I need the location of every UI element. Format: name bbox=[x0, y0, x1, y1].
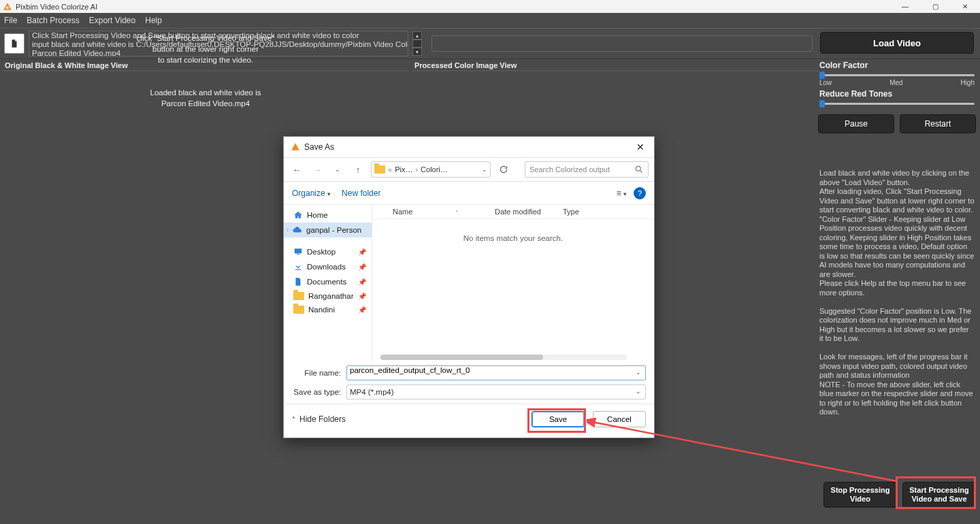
dialog-search-placeholder: Search Colorized output bbox=[529, 165, 610, 174]
column-name[interactable]: Name ˄ bbox=[372, 208, 495, 216]
svg-point-1 bbox=[636, 166, 640, 171]
column-date[interactable]: Date modified bbox=[495, 208, 563, 216]
scroll-mid-button[interactable] bbox=[412, 39, 422, 48]
folder-icon bbox=[293, 306, 304, 314]
restart-button[interactable]: Restart bbox=[900, 114, 976, 133]
document-icon bbox=[10, 39, 19, 48]
annotation-arrow bbox=[587, 416, 900, 491]
processed-view-title: Processed Color Image View bbox=[413, 61, 518, 69]
file-list: Name ˄ Date modified Type No items match… bbox=[372, 205, 654, 361]
original-view-title: Original Black & White Image View bbox=[3, 61, 129, 69]
title-bar: Pixbim Video Colorize AI — ▢ ✕ bbox=[0, 0, 980, 13]
folder-icon bbox=[293, 292, 304, 300]
download-icon bbox=[293, 262, 303, 272]
message-scroll: ▲ ▼ bbox=[412, 31, 422, 56]
tick-low: Low bbox=[819, 79, 832, 86]
pin-icon: 📌 bbox=[358, 293, 366, 300]
tree-documents[interactable]: Documents📌 bbox=[284, 274, 372, 289]
horizontal-scrollbar[interactable] bbox=[380, 355, 627, 360]
original-view-overlay-text: click "Start Processing Video and Save" … bbox=[137, 33, 274, 109]
chevron-down-icon[interactable]: ⌄ bbox=[636, 369, 641, 376]
app-title: Pixbim Video Colorize AI bbox=[16, 3, 97, 11]
color-factor-slider[interactable] bbox=[819, 74, 975, 76]
pause-button[interactable]: Pause bbox=[818, 114, 894, 133]
desktop-icon bbox=[293, 247, 303, 257]
dialog-title: Save As bbox=[304, 142, 334, 152]
start-processing-button[interactable]: Start Processing Video and Save bbox=[902, 482, 976, 508]
svg-rect-4 bbox=[295, 269, 301, 270]
menu-batch-process[interactable]: Batch Process bbox=[27, 16, 79, 25]
organize-menu[interactable]: Organize ▾ bbox=[292, 189, 331, 198]
breadcrumb[interactable]: « Pix… › Colori… ⌄ bbox=[371, 161, 491, 178]
file-icon-box[interactable] bbox=[4, 33, 24, 54]
chevron-down-icon[interactable]: ⌄ bbox=[636, 388, 641, 395]
home-icon bbox=[293, 210, 303, 220]
empty-list-message: No items match your search. bbox=[372, 234, 654, 242]
breadcrumb-seg-2[interactable]: Colori… bbox=[421, 165, 448, 174]
tick-med: Med bbox=[889, 79, 902, 86]
right-panel: Load Video Color Factor Low Med High Red… bbox=[818, 32, 976, 417]
breadcrumb-seg-1[interactable]: Pix… bbox=[395, 165, 412, 174]
folder-icon bbox=[374, 165, 385, 174]
save-as-dialog: Save As ✕ ← → ⌄ ↑ « Pix… › Colori… ⌄ Sea… bbox=[283, 136, 655, 438]
help-button[interactable]: ? bbox=[634, 187, 646, 199]
scroll-down-button[interactable]: ▼ bbox=[412, 48, 422, 56]
progress-or-search-field[interactable] bbox=[431, 35, 813, 52]
chevron-down-icon: ▾ bbox=[327, 191, 331, 197]
dialog-app-icon bbox=[291, 142, 300, 152]
color-factor-slider-knob[interactable] bbox=[819, 71, 825, 79]
original-image-view: Original Black & White Image View click … bbox=[3, 70, 408, 71]
svg-point-0 bbox=[6, 6, 9, 9]
save-button[interactable]: Save bbox=[532, 411, 585, 427]
reduce-red-label: Reduce Red Tones bbox=[819, 89, 975, 99]
window-maximize-button[interactable]: ▢ bbox=[920, 0, 950, 13]
menu-file[interactable]: File bbox=[4, 16, 17, 25]
new-folder-button[interactable]: New folder bbox=[342, 189, 380, 198]
folder-tree: Home › ganpal - Person Desktop📌 Download… bbox=[284, 205, 372, 361]
svg-rect-2 bbox=[295, 248, 302, 253]
search-icon bbox=[634, 165, 644, 174]
tree-ranganathar[interactable]: Ranganathar📌 bbox=[284, 289, 372, 303]
menu-bar: File Batch Process Export Video Help bbox=[0, 13, 980, 28]
refresh-icon bbox=[499, 165, 508, 174]
savetype-label: Save as type: bbox=[292, 388, 341, 396]
tree-downloads[interactable]: Downloads📌 bbox=[284, 259, 372, 274]
filename-label: File name: bbox=[292, 369, 341, 377]
chevron-down-icon[interactable]: ⌄ bbox=[482, 166, 487, 173]
column-type[interactable]: Type bbox=[563, 208, 595, 216]
filename-input[interactable]: parcon_edited_output_cf_low_rt_0 ⌄ bbox=[346, 365, 646, 380]
menu-export-video[interactable]: Export Video bbox=[89, 16, 136, 25]
dialog-close-button[interactable]: ✕ bbox=[632, 140, 649, 154]
savetype-select[interactable]: MP4 (*.mp4) ⌄ bbox=[346, 384, 646, 399]
menu-help[interactable]: Help bbox=[145, 16, 162, 25]
sort-indicator-icon: ˄ bbox=[455, 210, 458, 216]
reduce-red-slider[interactable] bbox=[819, 103, 975, 105]
document-icon bbox=[293, 277, 303, 286]
svg-line-5 bbox=[592, 422, 896, 481]
color-factor-label: Color Factor bbox=[819, 61, 975, 70]
tree-nandini[interactable]: Nandini📌 bbox=[284, 303, 372, 316]
load-video-button[interactable]: Load Video bbox=[820, 32, 974, 54]
tick-high: High bbox=[960, 79, 975, 86]
svg-rect-3 bbox=[297, 254, 299, 255]
nav-forward-button[interactable]: → bbox=[310, 162, 325, 177]
processed-image-view: Processed Color Image View bbox=[412, 70, 818, 71]
nav-back-button[interactable]: ← bbox=[289, 162, 304, 177]
pin-icon: 📌 bbox=[358, 278, 366, 286]
scroll-up-button[interactable]: ▲ bbox=[412, 31, 422, 39]
view-mode-button[interactable]: ≡ ▾ bbox=[617, 189, 627, 198]
tree-personal[interactable]: › ganpal - Person bbox=[284, 223, 372, 238]
cloud-icon bbox=[293, 225, 302, 235]
reduce-red-slider-knob[interactable] bbox=[819, 100, 825, 108]
refresh-button[interactable] bbox=[496, 162, 511, 177]
hide-folders-toggle[interactable]: ˄ Hide Folders bbox=[292, 414, 346, 424]
tree-desktop[interactable]: Desktop📌 bbox=[284, 244, 372, 259]
window-minimize-button[interactable]: — bbox=[890, 0, 920, 13]
nav-up-button[interactable]: ↑ bbox=[350, 162, 365, 177]
dialog-search-input[interactable]: Search Colorized output bbox=[525, 161, 649, 178]
nav-recent-button[interactable]: ⌄ bbox=[330, 162, 345, 177]
window-close-button[interactable]: ✕ bbox=[950, 0, 980, 13]
chevron-up-icon: ˄ bbox=[292, 416, 295, 423]
tree-home[interactable]: Home bbox=[284, 208, 372, 223]
app-logo-icon bbox=[3, 2, 12, 12]
